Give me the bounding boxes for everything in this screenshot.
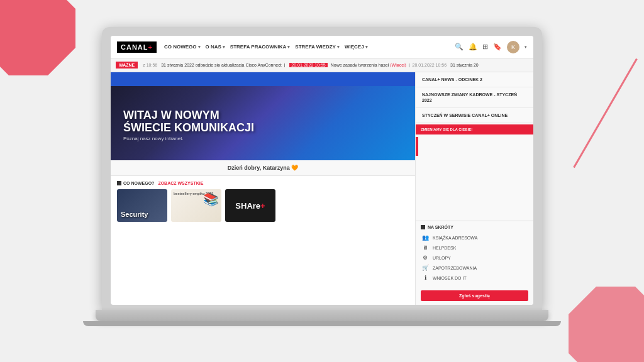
news-section: CO NOWEGO? ZOBACZ WSZYSTKIE Security b: [111, 176, 415, 305]
shortcut-zapotrzebowania[interactable]: 🛒 ZAPOTRZEBOWANIA: [421, 263, 528, 273]
news-header: CO NOWEGO? ZOBACZ WSZYSTKIE: [117, 181, 409, 185]
shortcut-helpdesk[interactable]: 🖥 HELPDESK: [421, 243, 528, 253]
laptop-bezel: CANAL+ CO NOWEGO ▾ O NAS ▾ STREFA PRACOW…: [102, 27, 542, 310]
info-icon: ℹ: [421, 275, 430, 281]
nav-link-label: CO NOWEGO: [164, 44, 197, 50]
hero-sub-text: Poznaj nasz nowy intranet.: [123, 136, 254, 141]
article-title-2: NAJNOWSZE ZMIANY KADROWE - STYCZEŃ 2022: [422, 92, 517, 102]
article-title-3: STYCZEŃ W SERWISIE CANAL+ ONLINE: [422, 113, 508, 118]
greeting-text: Dzień dobry, Katarzyna 🧡: [228, 165, 298, 171]
news-header-label: CO NOWEGO?: [117, 181, 154, 185]
nav-link-onas[interactable]: O NAS ▾: [206, 44, 225, 50]
laptop-screen: CANAL+ CO NOWEGO ▾ O NAS ▾ STREFA PRACOW…: [111, 36, 533, 305]
shortcut-label-urlopy: URLOPY: [433, 256, 451, 260]
greeting-bar: Dzień dobry, Katarzyna 🧡: [111, 160, 415, 176]
laptop-container: CANAL+ CO NOWEGO ▾ O NAS ▾ STREFA PRACOW…: [96, 27, 548, 335]
bell-icon[interactable]: 🔔: [469, 43, 477, 51]
search-icon[interactable]: 🔍: [455, 43, 464, 51]
laptop-foot: [83, 321, 561, 326]
vacation-icon: ⚙: [421, 255, 430, 261]
ticker-text2: Nowe zasady tworzenia haseł: [331, 63, 389, 67]
ticker-time1: z 10:56: [143, 63, 157, 67]
hero-banner: WITAJ W NOWYM ŚWIECIE KOMUNIKACJI Poznaj…: [111, 72, 415, 160]
address-book-icon: 👥: [421, 234, 430, 241]
bg-decoration-top-left: [0, 0, 75, 75]
suggest-button[interactable]: Zgłoś sugestię: [421, 290, 528, 301]
shortcut-wniosek[interactable]: ℹ WNIOSEK DO IT: [421, 273, 528, 283]
shortcuts-section: NA SKRÓTY 👥 KSIĄŻKA ADRESOWA 🖥 HELPDESK …: [416, 221, 533, 287]
shortcut-label-wniosek: WNIOSEK DO IT: [433, 276, 467, 280]
hero-main-text-line2: ŚWIECIE KOMUNIKACJI: [123, 121, 254, 134]
chevron-down-icon: ▾: [223, 45, 225, 50]
bg-decoration-line: [573, 58, 638, 168]
ticker-text1: 31 stycznia 2022 odbędzie się aktualizac…: [161, 63, 281, 67]
suggest-label: Zgłoś sugestię: [459, 293, 490, 298]
card-share-logo: SHAre+: [235, 201, 265, 211]
news-card-security[interactable]: Security: [117, 189, 167, 222]
right-panel: ‹ CANAL+ NEWS - ODCINEK 2 NAJNOWSZE ZMIA…: [415, 72, 533, 305]
shortcuts-square-icon: [421, 225, 425, 229]
books-icon: 📚: [203, 192, 219, 207]
ticker-text3: 31 stycznia 20: [450, 63, 479, 67]
nav-links: CO NOWEGO ▾ O NAS ▾ STREFA PRACOWNIKA ▾ …: [164, 44, 455, 50]
grid-icon[interactable]: ⊞: [482, 43, 488, 51]
nav-link-strefawiedzy[interactable]: STREFA WIEDZY ▾: [295, 44, 340, 50]
news-square-icon: [117, 181, 121, 185]
logo-plus: +: [148, 43, 153, 51]
news-cards: Security bestsellery empiku 2021 📚 SHAre…: [117, 189, 409, 222]
ticker-more[interactable]: (Więcej): [390, 63, 406, 67]
shortcuts-label: NA SKRÓTY: [428, 225, 453, 229]
shortcut-label-helpdesk: HELPDESK: [433, 246, 456, 250]
article-item-2[interactable]: NAJNOWSZE ZMIANY KADROWE - STYCZEŃ 2022: [416, 87, 533, 108]
side-label-text: ZMIENIAMY SIĘ DLA CIEBIE!: [421, 128, 472, 131]
news-label: CO NOWEGO?: [123, 181, 154, 185]
ticker-date2: 20.01.2022 10:55: [289, 63, 328, 67]
shortcut-urlopy[interactable]: ⚙ URLOPY: [421, 253, 528, 263]
left-panel: WITAJ W NOWYM ŚWIECIE KOMUNIKACJI Poznaj…: [111, 72, 415, 305]
news-card-share[interactable]: SHAre+: [225, 189, 275, 222]
article-item-1[interactable]: CANAL+ NEWS - ODCINEK 2: [416, 72, 533, 87]
see-all-link[interactable]: ZOBACZ WSZYSTKIE: [158, 181, 203, 185]
chevron-down-icon: ▾: [198, 45, 201, 50]
hero-main-text-line1: WITAJ W NOWYM: [123, 109, 254, 122]
top-nav: CANAL+ CO NOWEGO ▾ O NAS ▾ STREFA PRACOW…: [111, 36, 533, 58]
ticker-date3: 20.01.2022 10:56: [413, 63, 447, 67]
shortcut-ksiazka[interactable]: 👥 KSIĄŻKA ADRESOWA: [421, 233, 528, 243]
chevron-down-icon: ▾: [365, 45, 368, 50]
hero-blue-bar: [111, 72, 415, 86]
bookmark-icon[interactable]: 🔖: [493, 43, 502, 51]
article-item-3[interactable]: STYCZEŃ W SERWISIE CANAL+ ONLINE: [416, 108, 533, 123]
logo-text: CANAL: [121, 43, 148, 51]
bg-decoration-bottom-right: [569, 287, 644, 362]
hero-text-container: WITAJ W NOWYM ŚWIECIE KOMUNIKACJI Poznaj…: [123, 109, 254, 141]
ticker-label: WAŻNE: [116, 62, 138, 69]
article-title-1: CANAL+ NEWS - ODCINEK 2: [422, 77, 482, 82]
main-content: WITAJ W NOWYM ŚWIECIE KOMUNIKACJI Poznaj…: [111, 72, 533, 305]
shortcut-label-ksiazka: KSIĄŻKA ADRESOWA: [433, 236, 477, 240]
nav-link-label: STREFA PRACOWNIKA: [230, 44, 286, 50]
avatar[interactable]: K: [507, 41, 519, 53]
logo[interactable]: CANAL+: [117, 41, 157, 53]
side-label-bar: ZMIENIAMY SIĘ DLA CIEBIE!: [416, 124, 533, 134]
chevron-down-icon: ▾: [525, 45, 527, 50]
chevron-down-icon: ▾: [337, 45, 340, 50]
nav-link-label: WIĘCEJ: [345, 44, 364, 50]
ticker-bar: WAŻNE z 10:56 31 stycznia 2022 odbędzie …: [111, 58, 533, 72]
nav-link-conowego[interactable]: CO NOWEGO ▾: [164, 44, 201, 50]
nav-icons: 🔍 🔔 ⊞ 🔖 K ▾: [455, 41, 527, 53]
nav-link-strefapracownika[interactable]: STREFA PRACOWNIKA ▾: [230, 44, 290, 50]
share-plus-icon: +: [260, 201, 265, 211]
nav-link-wiecej[interactable]: WIĘCEJ ▾: [345, 44, 368, 50]
shortcuts-title: NA SKRÓTY: [421, 225, 528, 229]
nav-link-label: O NAS: [206, 44, 221, 50]
nav-link-label: STREFA WIEDZY: [295, 44, 336, 50]
helpdesk-icon: 🖥: [421, 244, 430, 251]
laptop-base: [96, 310, 548, 321]
ticker-content: z 10:56 31 stycznia 2022 odbędzie się ak…: [143, 63, 478, 67]
shortcut-label-zapotrzebowania: ZAPOTRZEBOWANIA: [433, 266, 477, 270]
collapse-button[interactable]: ‹: [416, 137, 418, 156]
right-articles: ‹ CANAL+ NEWS - ODCINEK 2 NAJNOWSZE ZMIA…: [416, 72, 533, 221]
news-card-books[interactable]: bestsellery empiku 2021 📚: [171, 189, 221, 222]
cart-icon: 🛒: [421, 265, 430, 271]
card-security-text: Security: [121, 211, 148, 218]
